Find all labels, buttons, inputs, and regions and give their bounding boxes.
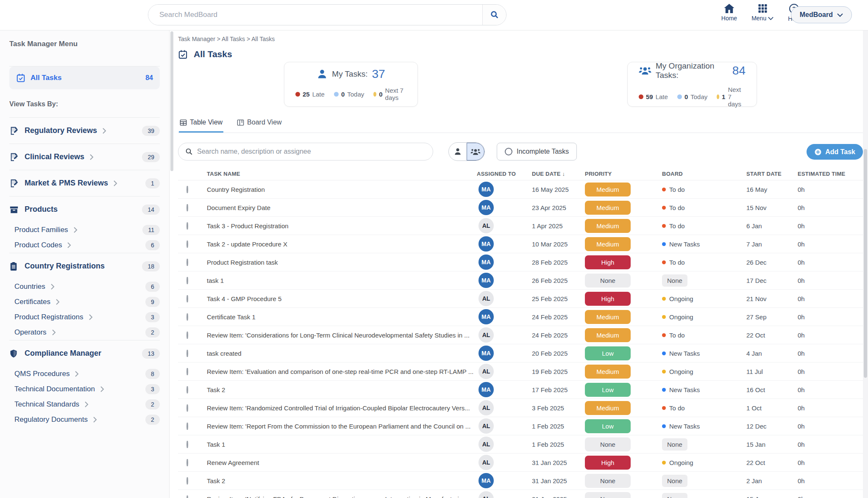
- row-radio[interactable]: [186, 204, 188, 211]
- incomplete-tasks-filter[interactable]: Incomplete Tasks: [497, 143, 577, 160]
- table-row[interactable]: Product Registration task MA 28 Feb 2025…: [178, 253, 863, 271]
- sort-desc-icon: ↓: [562, 171, 565, 177]
- start-date: 22 Oct: [744, 459, 795, 466]
- row-radio[interactable]: [186, 495, 188, 498]
- board-label: New Tasks: [669, 386, 700, 393]
- sidebar-item-count: 8: [145, 369, 160, 379]
- table-row[interactable]: Review Item: 'Report From the Commission…: [178, 417, 863, 435]
- header-priority[interactable]: PRIORITY: [582, 171, 659, 177]
- sidebar-item[interactable]: Product Families 11: [9, 222, 160, 238]
- tab-table-view[interactable]: Table View: [179, 117, 223, 133]
- assignee-avatar: AL: [479, 491, 494, 498]
- sidebar-item[interactable]: Certificates 9: [9, 294, 160, 310]
- row-radio[interactable]: [186, 241, 188, 248]
- sidebar-item-all-tasks[interactable]: All Tasks 84: [9, 66, 160, 89]
- board-status-dot: [662, 315, 666, 319]
- row-radio[interactable]: [186, 423, 188, 430]
- nav-home[interactable]: Home: [721, 3, 737, 22]
- board-label: To do: [669, 404, 685, 412]
- status-dot: [334, 92, 339, 97]
- row-radio[interactable]: [186, 441, 188, 448]
- global-search-input[interactable]: [148, 5, 482, 25]
- sidebar-item-label: All Tasks: [31, 74, 61, 82]
- table-row[interactable]: Review Item: 'Notifying FDA of a Permane…: [178, 490, 863, 498]
- chevron-right-icon: [75, 371, 79, 377]
- row-radio[interactable]: [186, 186, 188, 193]
- sidebar-item[interactable]: Regulatory Reviews 39: [9, 117, 160, 144]
- row-radio[interactable]: [186, 295, 188, 302]
- nav-menu[interactable]: Menu: [751, 3, 773, 22]
- row-radio[interactable]: [186, 277, 188, 284]
- row-radio[interactable]: [186, 259, 188, 266]
- page-scrollbar[interactable]: [863, 30, 868, 498]
- sidebar-item[interactable]: Operators 2: [9, 325, 160, 340]
- table-row[interactable]: Renew Agreement AL 31 Jan 2025 High Ongo…: [178, 454, 863, 472]
- sidebar-item[interactable]: Country Registrations 18: [9, 253, 160, 279]
- sidebar-item[interactable]: Technical Standards 2: [9, 397, 160, 412]
- sidebar-item[interactable]: Products 14: [9, 196, 160, 222]
- row-radio[interactable]: [186, 386, 188, 393]
- my-tasks-toggle[interactable]: [449, 143, 467, 160]
- due-date: 1 Feb 2025: [529, 423, 582, 430]
- page-scrollbar-thumb[interactable]: [864, 149, 867, 378]
- row-radio[interactable]: [186, 459, 188, 466]
- header-due-date[interactable]: DUE DATE ↓: [529, 171, 582, 177]
- sidebar-item[interactable]: Technical Documentation 3: [9, 382, 160, 397]
- task-name: Review Item: 'Notifying FDA of a Permane…: [204, 495, 474, 498]
- row-radio[interactable]: [186, 222, 188, 230]
- table-row[interactable]: Task 4 - GMP Procedure 5 AL 25 Feb 2025 …: [178, 290, 863, 308]
- table-row[interactable]: Country Registration MA 16 May 2025 Medi…: [178, 180, 863, 199]
- sidebar-item-count: 2: [145, 415, 160, 425]
- sidebar-item[interactable]: Countries 6: [9, 279, 160, 294]
- table-row[interactable]: Task 3 - Product Registration AL 1 Apr 2…: [178, 217, 863, 235]
- table-row[interactable]: Task 2 MA 31 Jan 2025 None None 2 Jan 0h: [178, 472, 863, 490]
- add-task-button[interactable]: Add Task: [807, 144, 863, 160]
- table-row[interactable]: Review Item: 'Evaluation and comparison …: [178, 362, 863, 381]
- table-row[interactable]: Task 1 AL 1 Feb 2025 None None 15 Jan 0h: [178, 435, 863, 454]
- row-radio[interactable]: [186, 368, 188, 375]
- chevron-down-icon: [768, 17, 773, 20]
- nav-home-label: Home: [721, 15, 737, 22]
- row-radio[interactable]: [186, 313, 188, 321]
- sidebar-item[interactable]: Product Registrations 3: [9, 310, 160, 325]
- table-row[interactable]: Certificate Task 1 MA 24 Feb 2025 Medium…: [178, 308, 863, 326]
- sidebar-item[interactable]: Product Codes 6: [9, 238, 160, 253]
- start-date: 4 Jan: [744, 350, 795, 357]
- sidebar-item[interactable]: Clinical Reviews 29: [9, 144, 160, 170]
- row-radio[interactable]: [186, 350, 188, 357]
- table-row[interactable]: Task 2 MA 17 Feb 2025 Low New Tasks 16 O…: [178, 381, 863, 399]
- task-name: Product Registration task: [204, 259, 474, 266]
- table-row[interactable]: Task 2 - update Procedure X MA 10 Mar 20…: [178, 235, 863, 253]
- table-row[interactable]: task 1 MA 26 Feb 2025 None None 17 Dec 0…: [178, 271, 863, 290]
- org-tasks-label: My Organization Tasks:: [656, 61, 728, 80]
- header-board[interactable]: BOARD: [659, 171, 744, 177]
- app-switcher-button[interactable]: MedBoard: [791, 6, 852, 23]
- table-row[interactable]: task created MA 20 Feb 2025 Low New Task…: [178, 344, 863, 362]
- table-row[interactable]: Review Item: 'Randomized Controlled Tria…: [178, 399, 863, 417]
- table-row[interactable]: Review Item: 'Considerations for Long-Te…: [178, 326, 863, 344]
- table-row[interactable]: Document Expiry Date MA 23 Apr 2025 Medi…: [178, 199, 863, 217]
- board-label: New Tasks: [669, 241, 700, 248]
- sidebar-scrollbar-thumb[interactable]: [170, 31, 173, 171]
- header-start-date[interactable]: START DATE: [744, 171, 795, 177]
- sidebar-item[interactable]: Compliance Manager 13: [9, 340, 160, 366]
- header-estimated-time[interactable]: ESTIMATED TIME: [795, 171, 863, 177]
- sidebar-item[interactable]: Market & PMS Reviews 1: [9, 170, 160, 196]
- row-radio[interactable]: [186, 404, 188, 412]
- org-tasks-toggle[interactable]: [467, 143, 484, 160]
- sidebar-item[interactable]: Regulatory Documents 2: [9, 412, 160, 427]
- global-search-button[interactable]: [482, 5, 506, 25]
- tasks-table: TASK NAME ASSIGNED TO DUE DATE ↓ PRIORIT…: [178, 168, 863, 498]
- task-search-input[interactable]: [197, 148, 426, 155]
- board-label: To do: [669, 332, 685, 339]
- sidebar-item[interactable]: QMS Procedures 8: [9, 366, 160, 382]
- due-date: 1 Apr 2025: [529, 222, 582, 230]
- row-radio[interactable]: [186, 477, 188, 484]
- estimated-time: 0h: [795, 332, 863, 339]
- top-nav: Home Menu ? Help: [721, 3, 800, 22]
- tab-board-view[interactable]: Board View: [236, 117, 283, 133]
- header-assigned-to[interactable]: ASSIGNED TO: [474, 171, 529, 177]
- header-task-name[interactable]: TASK NAME: [204, 171, 474, 177]
- row-radio[interactable]: [186, 332, 188, 339]
- sidebar-scrollbar[interactable]: [170, 30, 174, 498]
